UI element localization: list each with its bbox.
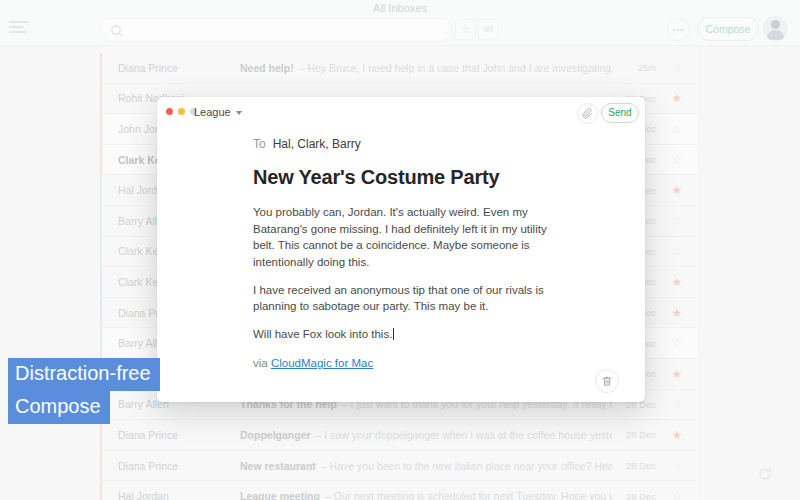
account-selector[interactable]: League: [194, 106, 242, 118]
close-window-icon[interactable]: [166, 108, 173, 115]
subject-field[interactable]: New Year's Costume Party: [253, 166, 565, 189]
callout-line-2: Compose: [8, 391, 110, 424]
compose-body-area: ToHal, Clark, Barry New Year's Costume P…: [253, 137, 565, 369]
send-button[interactable]: Send: [601, 103, 639, 123]
signature-link[interactable]: CloudMagic for Mac: [271, 357, 373, 369]
recipients: Hal, Clark, Barry: [273, 137, 361, 151]
app-window: All Inboxes ☆ ✉ ••• Compose Diana Prince: [0, 0, 800, 500]
chevron-down-icon: [236, 111, 242, 115]
window-controls: [166, 108, 197, 115]
discard-draft-button[interactable]: [595, 369, 619, 393]
paperclip-icon: [582, 108, 593, 119]
signature: via CloudMagic for Mac: [253, 357, 565, 369]
to-field[interactable]: ToHal, Clark, Barry: [253, 137, 565, 151]
attach-button[interactable]: [577, 103, 598, 124]
callout-line-1: Distraction-free: [8, 358, 160, 391]
feature-callout: Distraction-free Compose: [8, 358, 160, 424]
body-paragraph-3[interactable]: Will have Fox look into this.: [253, 326, 565, 343]
trash-icon: [601, 375, 613, 387]
text-cursor: [393, 328, 394, 340]
to-label: To: [253, 137, 266, 151]
body-paragraph-2[interactable]: I have received an anonymous tip that on…: [253, 282, 565, 315]
body-paragraph-1[interactable]: You probably can, Jordan. It's actually …: [253, 204, 565, 271]
minimize-window-icon[interactable]: [178, 108, 185, 115]
compose-window: League Send ToHal, Clark, Barry New Year…: [157, 97, 645, 402]
